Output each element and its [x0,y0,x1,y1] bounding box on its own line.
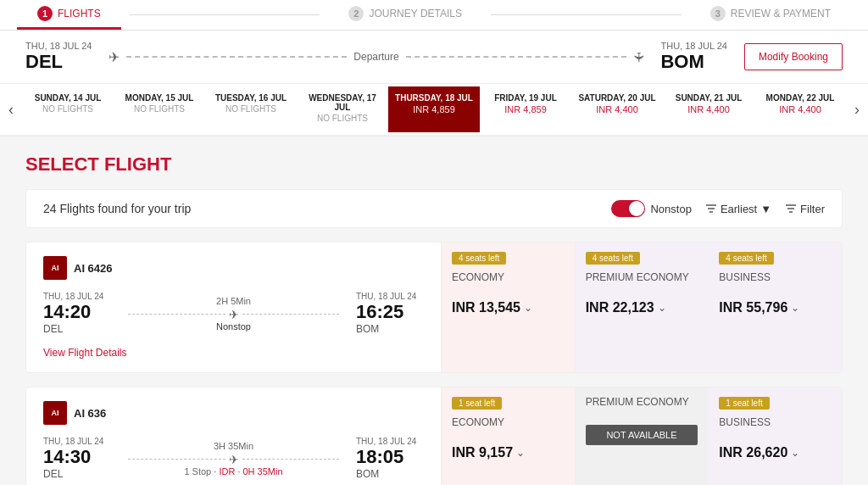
duration-line-0: ✈ [128,308,339,321]
duration-line-1: ✈ [128,453,339,466]
fare-price-0-2: INR 55,796 [719,300,787,315]
fare-price-1-2: INR 26,620 [719,445,787,460]
step-num-1: 1 [37,6,53,21]
dep-date-1: THU, 18 JUL 24 [43,437,111,446]
flight-times-0: THU, 18 JUL 24 14:20 DEL 2H 5Min ✈ Nonst… [43,292,424,335]
date-item-4[interactable]: THURSDAY, 18 JUL INR 4,859 [388,86,480,132]
line-right-1 [242,459,340,460]
route-line-left [126,56,347,58]
fare-box-0-1[interactable]: 4 seats left PREMIUM ECONOMY INR 22,123 … [576,242,709,372]
modify-booking-button[interactable]: Modify Booking [744,43,843,70]
date-day-4: THURSDAY, 18 JUL [392,93,476,103]
airline-row-0: AI AI 6426 [43,256,424,280]
route-line-right [406,56,626,58]
airline-logo-0: AI [43,256,67,280]
seats-badge-0-1: 4 seats left [586,252,640,265]
fare-class-1-0: ECONOMY [452,416,565,428]
filter-bar: 24 Flights found for your trip Nonstop E… [25,189,843,228]
fare-chevron-icon-0-2: ⌄ [791,302,799,314]
toggle-knob [629,201,644,216]
fare-chevron-icon-1-2: ⌄ [791,447,799,459]
seats-badge-0-2: 4 seats left [719,252,773,265]
fare-price-row-1-2: INR 26,620 ⌄ [719,445,832,460]
plane-icon-1: ✈ [229,453,239,466]
dep-date: THU, 18 JUL 24 [25,41,92,51]
date-item-2[interactable]: TUESDAY, 16 JUL NO FLIGHTS [205,86,297,132]
stops-0: Nonstop [216,321,251,332]
sort-button[interactable]: Earliest ▼ [705,203,771,215]
step-divider-2 [491,14,682,15]
dep-date-0: THU, 18 JUL 24 [43,292,111,301]
date-no-flight-3: NO FLIGHTS [300,114,385,123]
date-item-5[interactable]: FRIDAY, 19 JUL INR 4,859 [480,86,571,132]
arr-date-0: THU, 18 JUL 24 [356,292,424,301]
fare-unavailable-1-1: NOT AVAILABLE [586,425,698,445]
departure-info: THU, 18 JUL 24 DEL [25,41,92,73]
date-day-5: FRIDAY, 19 JUL [483,93,568,103]
date-day-6: SATURDAY, 20 JUL [575,93,659,103]
date-no-flight-1: NO FLIGHTS [117,104,202,114]
flight-card-0: AI AI 6426 THU, 18 JUL 24 14:20 DEL 2H 5… [25,242,843,373]
fare-box-1-2[interactable]: 1 seat left BUSINESS INR 26,620 ⌄ [709,387,842,485]
step-label-2: JOURNEY DETAILS [369,8,462,20]
date-price-4: INR 4,859 [392,104,476,114]
filter-button[interactable]: Filter [785,203,825,215]
date-selector: ‹ SUNDAY, 14 JUL NO FLIGHTS MONDAY, 15 J… [0,84,868,137]
step-num-2: 2 [348,6,364,21]
airline-logo-1: AI [43,401,67,425]
flights-found: 24 Flights found for your trip [43,202,191,215]
date-day-0: SUNDAY, 14 JUL [25,93,110,103]
flight-card-1: AI AI 636 THU, 18 JUL 24 14:30 DEL 3H 35… [25,387,843,485]
date-day-8: MONDAY, 22 JUL [758,93,843,103]
date-item-7[interactable]: SUNDAY, 21 JUL INR 4,400 [663,86,754,132]
sort-icon [705,203,717,215]
airline-name-0: AI 6426 [74,262,113,275]
fare-box-0-2[interactable]: 4 seats left BUSINESS INR 55,796 ⌄ [709,242,842,372]
flight-arr-1: THU, 18 JUL 24 18:05 BOM [356,437,424,480]
route-middle: ✈ Departure ✈ [108,49,643,65]
fare-box-1-0[interactable]: 1 seat left ECONOMY INR 9,157 ⌄ [442,387,576,485]
fare-price-0-0: INR 13,545 [452,300,520,315]
arr-date-1: THU, 18 JUL 24 [356,437,424,446]
date-item-3[interactable]: WEDNESDAY, 17 JUL NO FLIGHTS [297,86,388,132]
airline-name-1: AI 636 [74,407,106,420]
nonstop-toggle-wrap[interactable]: Nonstop [611,200,691,217]
arr-time-0: 16:25 [356,301,424,323]
fare-chevron-icon-0-0: ⌄ [524,302,532,314]
fare-chevron-icon-0-1: ⌄ [658,302,666,314]
line-left-0 [128,314,225,315]
date-day-3: WEDNESDAY, 17 JUL [300,93,385,112]
date-prev-button[interactable]: ‹ [0,84,22,135]
view-details-0[interactable]: View Flight Details [43,347,424,359]
flight-left-0: AI AI 6426 THU, 18 JUL 24 14:20 DEL 2H 5… [26,242,442,372]
date-item-6[interactable]: SATURDAY, 20 JUL INR 4,400 [571,86,663,132]
fare-box-0-0[interactable]: 4 seats left ECONOMY INR 13,545 ⌄ [442,242,576,372]
date-next-button[interactable]: › [846,84,868,135]
airline-row-1: AI AI 636 [43,401,424,425]
arrival-info: THU, 18 JUL 24 BOM [660,41,726,73]
fare-price-row-0-0: INR 13,545 ⌄ [452,300,565,315]
fare-class-0-1: PREMIUM ECONOMY [586,271,698,283]
step-review[interactable]: 3 REVIEW & PAYMENT [690,0,851,30]
step-journey[interactable]: 2 JOURNEY DETAILS [328,0,482,30]
dep-time-0: 14:20 [43,301,111,323]
nonstop-label: Nonstop [650,203,691,215]
nonstop-toggle[interactable] [611,200,645,217]
step-flights[interactable]: 1 FLIGHTS [17,0,121,30]
flight-left-1: AI AI 636 THU, 18 JUL 24 14:30 DEL 3H 35… [26,387,442,485]
fare-price-row-0-2: INR 55,796 ⌄ [719,300,832,315]
fare-price-1-0: INR 9,157 [452,445,513,460]
date-day-1: MONDAY, 15 JUL [117,93,202,103]
date-no-flight-0: NO FLIGHTS [25,104,110,114]
seats-badge-0-0: 4 seats left [452,252,506,265]
dep-city: DEL [25,51,92,73]
date-item-8[interactable]: MONDAY, 22 JUL INR 4,400 [754,86,846,132]
fare-class-1-1: PREMIUM ECONOMY [586,396,698,408]
date-item-1[interactable]: MONDAY, 15 JUL NO FLIGHTS [114,86,205,132]
date-item-0[interactable]: SUNDAY, 14 JUL NO FLIGHTS [22,86,114,132]
fare-price-0-1: INR 22,123 [586,300,654,315]
date-price-7: INR 4,400 [666,104,751,114]
flight-right-0: 4 seats left ECONOMY INR 13,545 ⌄ 4 seat… [442,242,842,372]
dep-time-1: 14:30 [43,446,111,468]
date-no-flight-2: NO FLIGHTS [209,104,293,114]
